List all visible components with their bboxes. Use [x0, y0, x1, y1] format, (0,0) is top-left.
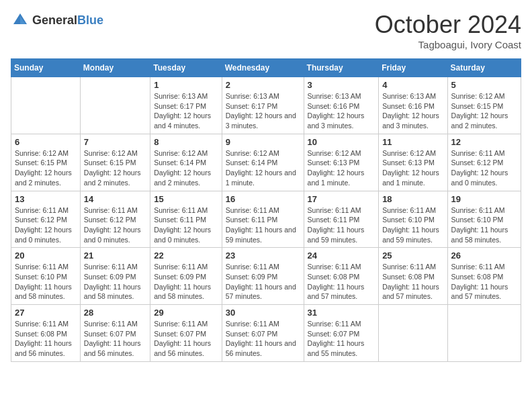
calendar-cell: 14Sunrise: 6:11 AM Sunset: 6:12 PM Dayli… — [80, 191, 150, 248]
calendar-cell — [80, 77, 150, 134]
weekday-header: Monday — [80, 59, 150, 77]
day-number: 9 — [226, 137, 300, 147]
day-number: 2 — [226, 80, 300, 90]
day-detail: Sunrise: 6:11 AM Sunset: 6:07 PM Dayligh… — [154, 319, 218, 359]
day-number: 6 — [15, 137, 77, 147]
day-number: 30 — [226, 308, 300, 318]
day-detail: Sunrise: 6:11 AM Sunset: 6:07 PM Dayligh… — [308, 319, 375, 359]
calendar-cell: 9Sunrise: 6:12 AM Sunset: 6:14 PM Daylig… — [222, 134, 304, 191]
day-number: 27 — [15, 308, 77, 318]
calendar-cell: 26Sunrise: 6:11 AM Sunset: 6:08 PM Dayli… — [447, 248, 521, 305]
day-number: 22 — [154, 250, 218, 261]
day-number: 10 — [308, 137, 375, 147]
day-number: 16 — [226, 194, 300, 204]
calendar-cell: 1Sunrise: 6:13 AM Sunset: 6:17 PM Daylig… — [150, 77, 222, 134]
day-number: 24 — [308, 250, 375, 261]
day-detail: Sunrise: 6:11 AM Sunset: 6:08 PM Dayligh… — [382, 262, 443, 302]
day-detail: Sunrise: 6:11 AM Sunset: 6:12 PM Dayligh… — [84, 205, 146, 245]
day-number: 3 — [308, 80, 375, 90]
day-number: 21 — [84, 250, 146, 261]
day-number: 12 — [451, 137, 517, 147]
week-row: 13Sunrise: 6:11 AM Sunset: 6:12 PM Dayli… — [11, 191, 521, 248]
day-number: 8 — [154, 137, 218, 147]
calendar-cell: 24Sunrise: 6:11 AM Sunset: 6:08 PM Dayli… — [304, 248, 379, 305]
day-detail: Sunrise: 6:11 AM Sunset: 6:10 PM Dayligh… — [15, 262, 77, 302]
day-detail: Sunrise: 6:12 AM Sunset: 6:13 PM Dayligh… — [382, 148, 443, 188]
day-detail: Sunrise: 6:12 AM Sunset: 6:15 PM Dayligh… — [451, 91, 517, 131]
calendar-cell — [379, 305, 447, 362]
day-detail: Sunrise: 6:11 AM Sunset: 6:09 PM Dayligh… — [84, 262, 146, 302]
day-detail: Sunrise: 6:12 AM Sunset: 6:13 PM Dayligh… — [308, 148, 375, 188]
header-row: SundayMondayTuesdayWednesdayThursdayFrid… — [11, 59, 521, 77]
calendar-cell: 25Sunrise: 6:11 AM Sunset: 6:08 PM Dayli… — [379, 248, 447, 305]
day-number: 17 — [308, 194, 375, 204]
day-detail: Sunrise: 6:11 AM Sunset: 6:10 PM Dayligh… — [451, 205, 517, 245]
day-detail: Sunrise: 6:11 AM Sunset: 6:07 PM Dayligh… — [84, 319, 146, 359]
logo-icon — [11, 11, 30, 30]
page-header: GeneralBlue October 2024 Tagboagui, Ivor… — [11, 11, 521, 50]
calendar-cell: 6Sunrise: 6:12 AM Sunset: 6:15 PM Daylig… — [11, 134, 81, 191]
day-detail: Sunrise: 6:11 AM Sunset: 6:10 PM Dayligh… — [382, 205, 443, 245]
calendar-cell: 16Sunrise: 6:11 AM Sunset: 6:11 PM Dayli… — [222, 191, 304, 248]
calendar-cell: 20Sunrise: 6:11 AM Sunset: 6:10 PM Dayli… — [11, 248, 81, 305]
calendar-cell: 7Sunrise: 6:12 AM Sunset: 6:15 PM Daylig… — [80, 134, 150, 191]
day-detail: Sunrise: 6:12 AM Sunset: 6:15 PM Dayligh… — [84, 148, 146, 188]
calendar-cell: 29Sunrise: 6:11 AM Sunset: 6:07 PM Dayli… — [150, 305, 222, 362]
day-detail: Sunrise: 6:13 AM Sunset: 6:16 PM Dayligh… — [308, 91, 375, 131]
day-detail: Sunrise: 6:11 AM Sunset: 6:12 PM Dayligh… — [15, 205, 77, 245]
calendar-cell: 3Sunrise: 6:13 AM Sunset: 6:16 PM Daylig… — [304, 77, 379, 134]
weekday-header: Saturday — [447, 59, 521, 77]
week-row: 1Sunrise: 6:13 AM Sunset: 6:17 PM Daylig… — [11, 77, 521, 134]
week-row: 20Sunrise: 6:11 AM Sunset: 6:10 PM Dayli… — [11, 248, 521, 305]
day-detail: Sunrise: 6:13 AM Sunset: 6:16 PM Dayligh… — [382, 91, 443, 131]
calendar-cell: 21Sunrise: 6:11 AM Sunset: 6:09 PM Dayli… — [80, 248, 150, 305]
day-detail: Sunrise: 6:11 AM Sunset: 6:08 PM Dayligh… — [15, 319, 77, 359]
day-detail: Sunrise: 6:11 AM Sunset: 6:08 PM Dayligh… — [308, 262, 375, 302]
day-number: 20 — [15, 250, 77, 261]
calendar-cell: 30Sunrise: 6:11 AM Sunset: 6:07 PM Dayli… — [222, 305, 304, 362]
location-subtitle: Tagboagui, Ivory Coast — [375, 39, 521, 50]
day-detail: Sunrise: 6:11 AM Sunset: 6:09 PM Dayligh… — [154, 262, 218, 302]
calendar-cell: 4Sunrise: 6:13 AM Sunset: 6:16 PM Daylig… — [379, 77, 447, 134]
day-detail: Sunrise: 6:11 AM Sunset: 6:12 PM Dayligh… — [451, 148, 517, 188]
month-title: October 2024 — [375, 11, 521, 39]
week-row: 27Sunrise: 6:11 AM Sunset: 6:08 PM Dayli… — [11, 305, 521, 362]
calendar-cell: 5Sunrise: 6:12 AM Sunset: 6:15 PM Daylig… — [447, 77, 521, 134]
calendar-cell: 18Sunrise: 6:11 AM Sunset: 6:10 PM Dayli… — [379, 191, 447, 248]
day-number: 15 — [154, 194, 218, 204]
logo-text-blue: Blue — [77, 13, 103, 27]
calendar-cell: 10Sunrise: 6:12 AM Sunset: 6:13 PM Dayli… — [304, 134, 379, 191]
day-number: 5 — [451, 80, 517, 90]
calendar-cell: 2Sunrise: 6:13 AM Sunset: 6:17 PM Daylig… — [222, 77, 304, 134]
weekday-header: Thursday — [304, 59, 379, 77]
logo-text-general: General — [32, 13, 77, 27]
day-detail: Sunrise: 6:13 AM Sunset: 6:17 PM Dayligh… — [154, 91, 218, 131]
title-area: October 2024 Tagboagui, Ivory Coast — [375, 11, 521, 50]
logo: GeneralBlue — [11, 11, 103, 30]
calendar-cell: 19Sunrise: 6:11 AM Sunset: 6:10 PM Dayli… — [447, 191, 521, 248]
day-number: 11 — [382, 137, 443, 147]
day-detail: Sunrise: 6:11 AM Sunset: 6:09 PM Dayligh… — [226, 262, 300, 302]
day-number: 26 — [451, 250, 517, 261]
calendar-cell: 8Sunrise: 6:12 AM Sunset: 6:14 PM Daylig… — [150, 134, 222, 191]
calendar-cell: 31Sunrise: 6:11 AM Sunset: 6:07 PM Dayli… — [304, 305, 379, 362]
calendar-cell: 17Sunrise: 6:11 AM Sunset: 6:11 PM Dayli… — [304, 191, 379, 248]
week-row: 6Sunrise: 6:12 AM Sunset: 6:15 PM Daylig… — [11, 134, 521, 191]
day-detail: Sunrise: 6:11 AM Sunset: 6:11 PM Dayligh… — [308, 205, 375, 245]
day-detail: Sunrise: 6:13 AM Sunset: 6:17 PM Dayligh… — [226, 91, 300, 131]
calendar-cell: 11Sunrise: 6:12 AM Sunset: 6:13 PM Dayli… — [379, 134, 447, 191]
day-detail: Sunrise: 6:11 AM Sunset: 6:11 PM Dayligh… — [154, 205, 218, 245]
weekday-header: Sunday — [11, 59, 81, 77]
day-number: 19 — [451, 194, 517, 204]
day-detail: Sunrise: 6:12 AM Sunset: 6:14 PM Dayligh… — [154, 148, 218, 188]
day-number: 23 — [226, 250, 300, 261]
day-number: 28 — [84, 308, 146, 318]
calendar-cell: 27Sunrise: 6:11 AM Sunset: 6:08 PM Dayli… — [11, 305, 81, 362]
calendar-cell — [447, 305, 521, 362]
day-number: 13 — [15, 194, 77, 204]
calendar-cell: 12Sunrise: 6:11 AM Sunset: 6:12 PM Dayli… — [447, 134, 521, 191]
day-number: 4 — [382, 80, 443, 90]
day-number: 31 — [308, 308, 375, 318]
calendar-cell: 23Sunrise: 6:11 AM Sunset: 6:09 PM Dayli… — [222, 248, 304, 305]
calendar-cell: 28Sunrise: 6:11 AM Sunset: 6:07 PM Dayli… — [80, 305, 150, 362]
